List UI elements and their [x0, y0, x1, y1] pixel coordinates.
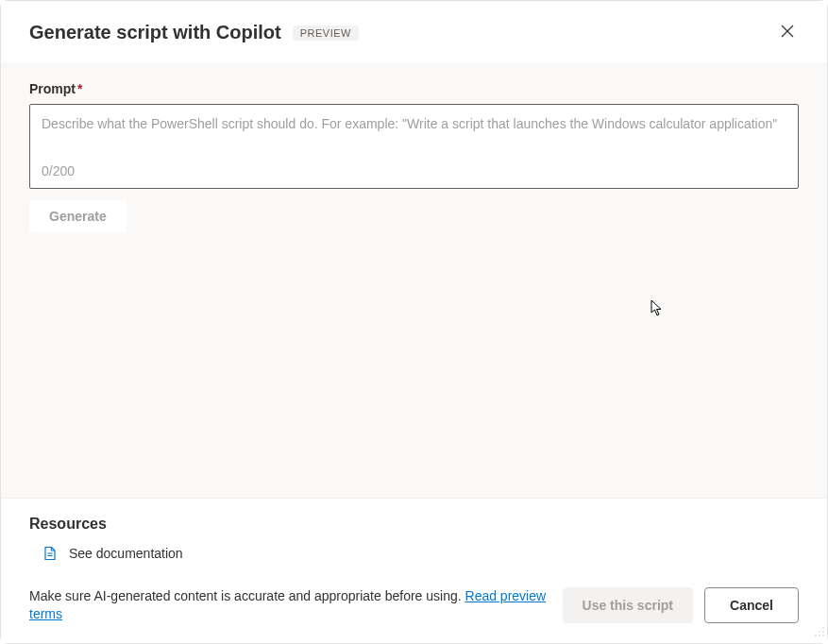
prompt-container: 0/200 — [29, 104, 799, 189]
resources-heading: Resources — [29, 516, 799, 533]
prompt-input[interactable] — [42, 114, 786, 158]
dialog-title: Generate script with Copilot — [29, 22, 281, 43]
bottom-row: Make sure AI-generated content is accura… — [29, 587, 799, 624]
char-count: 0/200 — [42, 163, 786, 178]
generate-button[interactable]: Generate — [29, 200, 127, 232]
dialog-header: Generate script with Copilot PREVIEW — [1, 1, 827, 62]
documentation-link-text: See documentation — [69, 546, 183, 561]
copilot-dialog: Generate script with Copilot PREVIEW Pro… — [0, 0, 828, 644]
prompt-label: Prompt* — [29, 81, 799, 96]
documentation-link[interactable]: See documentation — [42, 546, 799, 561]
dialog-body: Prompt* 0/200 Generate — [1, 62, 827, 498]
close-icon — [780, 24, 795, 42]
dialog-footer: Resources See documentation Make sure AI… — [1, 498, 827, 643]
close-button[interactable] — [776, 20, 799, 45]
required-indicator: * — [77, 81, 82, 96]
use-script-button[interactable]: Use this script — [563, 587, 693, 623]
cancel-button[interactable]: Cancel — [704, 587, 799, 623]
preview-badge: PREVIEW — [293, 25, 359, 41]
document-icon — [42, 546, 58, 561]
disclaimer-text: Make sure AI-generated content is accura… — [29, 587, 551, 624]
